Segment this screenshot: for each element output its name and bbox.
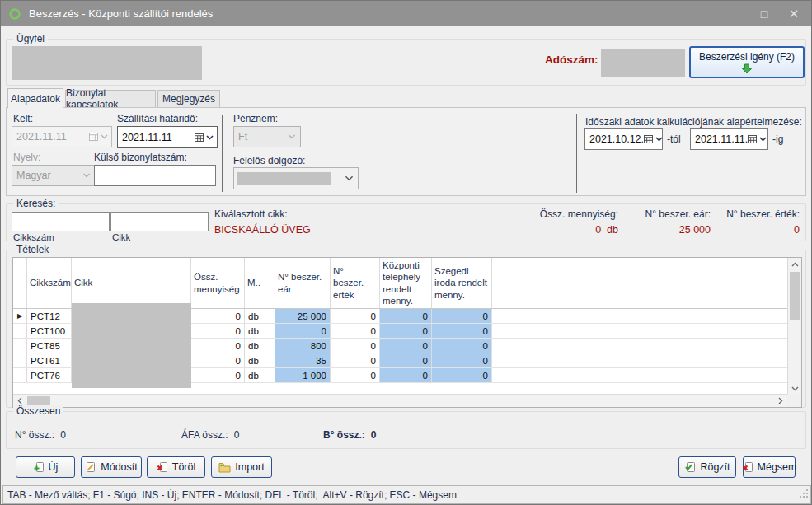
grid-header-szegedi[interactable]: Szegedi iroda rendelt menny. (432, 258, 492, 308)
cell-ear[interactable]: 1 000 (275, 368, 331, 382)
cell-me[interactable]: db (245, 339, 275, 353)
totals-group-label: Összesen (13, 405, 63, 417)
cell-szegedi[interactable]: 0 (432, 368, 492, 382)
cell-filler (492, 339, 789, 353)
net-value-value: 0 (679, 224, 800, 236)
page-x-icon (742, 461, 753, 473)
cell-me[interactable]: db (245, 368, 275, 382)
tab-bizonylat-kapcsolatok[interactable]: Bizonylat kapcsolatok (65, 90, 156, 107)
cell-me[interactable]: db (245, 309, 275, 323)
penznem-combobox: Ft (233, 126, 301, 147)
cell-szegedi[interactable]: 0 (432, 324, 492, 338)
cell-kozponti[interactable]: 0 (380, 339, 432, 353)
cell-ossz[interactable]: 0 (191, 339, 245, 353)
penznem-value: Ft (238, 131, 288, 143)
calendar-icon (89, 133, 98, 141)
net-total-value: 0 (60, 429, 66, 441)
calendar-icon[interactable] (644, 135, 653, 143)
idoszaki-tol-value: 2021.10.12. (589, 133, 644, 145)
grid-header-kozponti[interactable]: Központi telephely rendelt menny. (380, 258, 432, 308)
cell-ear[interactable]: 0 (275, 324, 331, 338)
window-title: Beszerzés - Központi szállítói rendelés (29, 7, 213, 20)
modify-button[interactable]: Módosít (81, 456, 142, 478)
cell-ear[interactable]: 25 000 (275, 309, 331, 323)
cell-ertek[interactable]: 0 (331, 368, 380, 382)
grid-header-cikkszam[interactable]: Cikkszám (27, 258, 72, 308)
cell-ertek[interactable]: 0 (331, 324, 380, 338)
cell-kozponti[interactable]: 0 (380, 353, 432, 367)
cell-ossz[interactable]: 0 (191, 353, 245, 367)
new-button[interactable]: Új (16, 456, 75, 478)
tol-suffix-label: -tól (667, 133, 681, 145)
cell-me[interactable]: db (245, 353, 275, 367)
close-icon[interactable]: ✕ (780, 1, 808, 26)
tab-alapadatok[interactable]: Alapadatok (7, 88, 63, 108)
row-indicator-empty (13, 339, 27, 353)
cell-kozponti[interactable]: 0 (380, 368, 432, 382)
kulso-bizonylatszam-input[interactable] (94, 165, 216, 186)
cell-cikkszam[interactable]: PCT12 (27, 309, 72, 323)
cell-ossz[interactable]: 0 (191, 324, 245, 338)
chevron-down-icon[interactable] (206, 135, 214, 140)
cell-ossz[interactable]: 0 (191, 368, 245, 382)
grid-header-beszer-ertek[interactable]: N° beszer. érték (331, 258, 380, 308)
page-check-icon (684, 461, 696, 473)
cell-kozponti[interactable]: 0 (380, 309, 432, 323)
vertical-scrollbar[interactable] (787, 258, 801, 395)
grid-header-ossz-mennyiseg[interactable]: Össz. mennyiség (191, 258, 245, 308)
cell-kozponti[interactable]: 0 (380, 324, 432, 338)
net-value-label: N° beszer. érték: (679, 208, 800, 220)
cell-ear[interactable]: 800 (275, 339, 331, 353)
calendar-icon[interactable] (748, 135, 757, 143)
cell-cikkszam[interactable]: PCT61 (27, 353, 72, 367)
cell-cikkszam[interactable]: PCT100 (27, 324, 72, 338)
row-indicator: ▶ (13, 309, 27, 323)
cell-filler (492, 353, 789, 367)
import-button[interactable]: Import (211, 456, 272, 478)
resize-grip-icon[interactable] (799, 487, 809, 502)
tab-megjegyzes[interactable]: Megjegyzés (157, 90, 220, 107)
idoszaki-ig-datepicker[interactable]: 2021.11.11. (690, 128, 768, 150)
search-cikkszam-label: Cikkszám (13, 232, 54, 242)
felelos-dolgozo-combobox[interactable] (233, 167, 359, 189)
grid-header-filler (492, 258, 789, 308)
cell-cikkszam[interactable]: PCT85 (27, 339, 72, 353)
cell-ertek[interactable]: 0 (331, 309, 380, 323)
vat-total: ÁFA össz.:0 (181, 429, 239, 441)
totals-groupbox: Összesen N° össz.:0 ÁFA össz.:0 B° össz.… (6, 411, 806, 449)
scroll-right-icon[interactable] (774, 395, 787, 407)
horizontal-scrollbar[interactable] (13, 394, 787, 407)
cell-ear[interactable]: 35 (275, 353, 331, 367)
idoszaki-label: Időszaki adatok kalkulációjának alapérte… (585, 116, 802, 128)
cell-szegedi[interactable]: 0 (432, 353, 492, 367)
cell-ossz[interactable]: 0 (191, 309, 245, 323)
idoszaki-tol-datepicker[interactable]: 2021.10.12. (584, 128, 663, 150)
delete-button[interactable]: Töröl (147, 456, 205, 478)
cell-me[interactable]: db (245, 324, 275, 338)
chevron-down-icon[interactable] (345, 175, 354, 181)
procurement-demand-button[interactable]: Beszerzési igény (F2) (689, 46, 805, 78)
save-button[interactable]: Rögzít (678, 456, 736, 478)
cell-ertek[interactable]: 0 (331, 353, 380, 367)
tab-panel-alapadatok: Kelt: 2021.11.11 Szállítási határidő: 20… (6, 107, 806, 196)
cell-cikkszam[interactable]: PCT76 (27, 368, 72, 382)
cell-szegedi[interactable]: 0 (432, 339, 492, 353)
szallitasi-hatarido-datepicker[interactable]: 2021.11.11 (117, 126, 218, 148)
cancel-button[interactable]: Mégsem (743, 456, 796, 478)
nyelv-value: Magyar (16, 170, 82, 181)
cell-ertek[interactable]: 0 (331, 339, 380, 353)
grid-header-cikk[interactable]: Cikk (72, 258, 191, 308)
customer-name-redacted (12, 46, 202, 80)
cell-szegedi[interactable]: 0 (432, 309, 492, 323)
grid-header-beszer-ear[interactable]: N° beszer. eár (275, 258, 331, 308)
grid-header-me[interactable]: M.. (245, 258, 275, 308)
scroll-up-icon[interactable] (788, 258, 801, 271)
items-group-label: Tételek (13, 244, 52, 255)
calendar-icon[interactable] (195, 133, 204, 142)
search-cikkszam-input[interactable] (12, 212, 110, 231)
search-cikk-input[interactable] (110, 212, 209, 231)
maximize-icon[interactable]: □ (750, 1, 778, 26)
chevron-down-icon[interactable] (759, 137, 767, 142)
vertical-scrollbar-thumb[interactable] (790, 272, 800, 320)
chevron-down-icon[interactable] (655, 137, 663, 142)
